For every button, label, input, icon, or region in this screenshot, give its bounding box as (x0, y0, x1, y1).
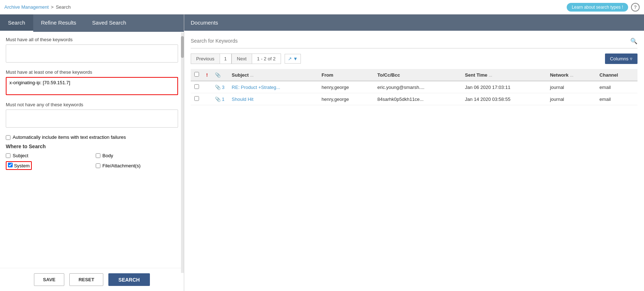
th-subject: Subject … (228, 69, 318, 81)
main-layout: Search Refine Results Saved Search Must … (0, 14, 644, 291)
columns-button[interactable]: Columns ▿ (605, 54, 637, 64)
top-bar-right: Learn about search types ! ? (567, 3, 640, 12)
row1-attach-count: 📎 3 (215, 85, 224, 90)
row1-network: journal (546, 81, 596, 93)
row1-sent-time: Jan 06 2020 17:03:11 (461, 81, 546, 93)
network-col-options[interactable]: … (570, 73, 574, 77)
columns-filter-icon: ▿ (630, 56, 632, 61)
reset-button[interactable]: RESET (69, 273, 103, 286)
row1-subject[interactable]: RE: Product +Strateg... (228, 81, 318, 93)
right-content: 🔍 Previous 1 Next 1 - 2 of 2 ↗ ▼ Columns… (184, 31, 644, 291)
body-checkbox[interactable] (96, 153, 100, 158)
left-scrollbar[interactable] (181, 33, 184, 273)
tab-refine-results[interactable]: Refine Results (33, 14, 85, 32)
table-row: 📎 3 RE: Product +Strateg... henry,george… (191, 81, 637, 93)
learn-about-search-types-button[interactable]: Learn about search types ! (567, 3, 628, 12)
table-row: 📎 1 Should Hit henry,george 84sarhk0p5dk… (191, 93, 637, 105)
must-not-field-group: Must not have any of these keywords (6, 102, 178, 129)
row1-checkbox[interactable] (194, 84, 199, 89)
th-channel: Channel (596, 69, 637, 81)
attach-header-icon: 📎 (215, 72, 221, 78)
subject-label: Subject (13, 153, 28, 158)
breadcrumb-parent[interactable]: Archive Management (4, 4, 49, 10)
where-to-search-title: Where to Search (6, 144, 178, 149)
row2-attach-count: 📎 1 (215, 97, 224, 102)
select-all-checkbox[interactable] (194, 72, 199, 77)
row1-attach: 📎 3 (211, 81, 228, 93)
auto-include-label: Automatically include items with text ex… (13, 134, 126, 140)
must-all-input[interactable] (6, 44, 178, 63)
row2-attach: 📎 1 (211, 93, 228, 105)
row1-flag (203, 81, 211, 93)
tab-bar: Search Refine Results Saved Search (0, 14, 184, 32)
search-button[interactable]: SEARCH (108, 273, 150, 286)
next-button[interactable]: Next (232, 54, 252, 64)
from-label: From (321, 72, 333, 78)
right-panel: Documents 🔍 Previous 1 Next 1 - 2 of 2 ↗… (184, 14, 644, 291)
row2-from: henry,george (318, 93, 373, 105)
left-panel: Search Refine Results Saved Search Must … (0, 14, 184, 291)
auto-include-checkbox[interactable] (6, 135, 10, 140)
keyword-search-input[interactable] (191, 37, 630, 45)
row2-check (191, 93, 203, 105)
channel-label: Channel (600, 72, 618, 78)
where-search-grid: Subject Body System File/Attachment(s) (6, 153, 178, 170)
sent-time-label: Sent Time (465, 72, 487, 78)
tab-saved-search[interactable]: Saved Search (84, 14, 134, 32)
where-subject: Subject (6, 153, 88, 158)
row2-network: journal (546, 93, 596, 105)
columns-label: Columns (610, 56, 628, 61)
must-all-field-group: Must have all of these keywords (6, 37, 178, 64)
table-body: 📎 3 RE: Product +Strateg... henry,george… (191, 81, 637, 105)
system-checkbox[interactable] (8, 163, 13, 167)
must-not-input[interactable] (6, 110, 178, 128)
documents-header: Documents (184, 14, 644, 31)
row1-to-cc-bcc: eric.young@smarsh.... (374, 81, 462, 93)
must-not-label: Must not have any of these keywords (6, 102, 178, 107)
subject-checkbox[interactable] (6, 153, 10, 158)
file-attachment-checkbox[interactable] (96, 163, 100, 168)
breadcrumb-current: Search (56, 4, 70, 10)
th-flag: ! (203, 69, 211, 81)
must-one-input[interactable]: x-originating-ip: [70.59.151.7] (6, 77, 178, 95)
breadcrumb: Archive Management > Search (4, 4, 71, 10)
must-one-label: Must have at least one of these keywords (6, 69, 178, 75)
pagination-left: Previous 1 Next 1 - 2 of 2 ↗ ▼ (191, 54, 301, 64)
paperclip-icon: 📎 (215, 97, 221, 102)
action-bar: SAVE RESET SEARCH (0, 268, 184, 291)
system-label: System (14, 163, 30, 168)
top-bar: Archive Management > Search Learn about … (0, 0, 644, 14)
body-label: Body (103, 153, 113, 158)
row2-subject[interactable]: Should Hit (228, 93, 318, 105)
keyword-search-icon[interactable]: 🔍 (630, 38, 637, 44)
th-sent-time: Sent Time … (461, 69, 546, 81)
row2-checkbox[interactable] (194, 96, 199, 101)
th-to-cc-bcc: To/Cc/Bcc (374, 69, 462, 81)
row1-channel: email (596, 81, 637, 93)
where-body: Body (96, 153, 178, 158)
export-button[interactable]: ↗ ▼ (285, 54, 301, 64)
row1-from: henry,george (318, 81, 373, 93)
subject-col-options[interactable]: … (250, 73, 254, 77)
paperclip-icon: 📎 (215, 85, 221, 90)
row2-flag (203, 93, 211, 105)
previous-button[interactable]: Previous (191, 54, 220, 64)
row2-to-cc-bcc: 84sarhk0p5dkh11ce... (374, 93, 462, 105)
left-scrollbar-thumb[interactable] (181, 36, 184, 58)
must-all-label: Must have all of these keywords (6, 37, 178, 42)
table-header: ! 📎 Subject … From To/Cc (191, 69, 637, 81)
th-network: Network … (546, 69, 596, 81)
keyword-search-row: 🔍 (191, 37, 637, 48)
page-number[interactable]: 1 (220, 54, 232, 64)
where-file-attachment: File/Attachment(s) (96, 161, 178, 170)
where-system: System (6, 161, 88, 170)
th-from: From (318, 69, 373, 81)
sent-time-col-options[interactable]: … (489, 73, 492, 77)
th-select-all (191, 69, 203, 81)
page-info: 1 - 2 of 2 (252, 54, 281, 64)
to-label: To/Cc/Bcc (377, 72, 400, 78)
tab-search[interactable]: Search (0, 14, 33, 32)
save-button[interactable]: SAVE (34, 273, 64, 286)
auto-include-row: Automatically include items with text ex… (6, 134, 178, 140)
help-icon[interactable]: ? (631, 3, 640, 12)
